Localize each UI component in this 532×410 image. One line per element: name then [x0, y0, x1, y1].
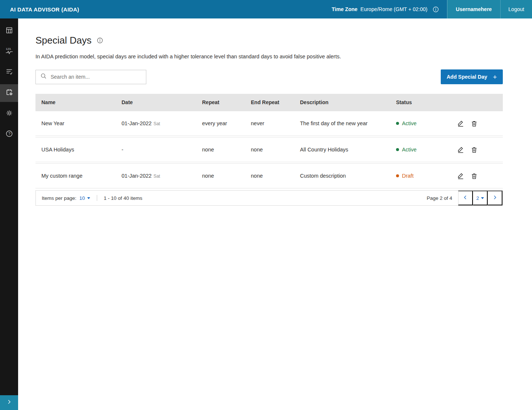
- status-badge: Active: [396, 147, 457, 153]
- search-box: [35, 70, 146, 84]
- page-title: Special Days: [35, 35, 92, 46]
- items-per-page-select[interactable]: 10: [79, 195, 90, 201]
- page-of-text: Page 2 of 4: [427, 191, 458, 205]
- list-icon: [5, 68, 13, 77]
- timezone-label: Time Zone: [332, 6, 358, 12]
- sidebar-item-special-days[interactable]: [0, 84, 18, 102]
- user-section: Usernamehere Logout: [447, 0, 532, 18]
- column-header-name: Name: [41, 99, 122, 105]
- footer-divider: [97, 195, 97, 201]
- cell-description: All Country Holidays: [300, 147, 396, 153]
- delete-button[interactable]: [471, 146, 478, 153]
- caret-down-icon: [481, 197, 484, 199]
- numeric-pulse-icon: 123.: [5, 47, 13, 57]
- sidebar-item-list[interactable]: [0, 62, 18, 83]
- settings-gear-icon: [5, 109, 13, 119]
- chevron-right-icon: [492, 195, 498, 201]
- special-days-calendar-icon: [5, 88, 13, 98]
- chevron-left-icon: [463, 195, 468, 201]
- status-dot: [396, 148, 399, 151]
- special-days-table: Name Date Repeat End Repeat Description …: [35, 94, 503, 206]
- cell-repeat: none: [202, 173, 251, 179]
- delete-button[interactable]: [471, 172, 478, 180]
- username-menu[interactable]: Usernamehere: [447, 0, 500, 18]
- top-bar: AI DATA ADVISOR (AIDA) Time Zone Europe/…: [0, 0, 532, 18]
- table-row: New Year 01-Jan-2022Sat every year never…: [35, 111, 503, 136]
- edit-button[interactable]: [457, 172, 464, 180]
- cell-name: My custom range: [41, 173, 122, 179]
- column-header-repeat: Repeat: [202, 99, 251, 105]
- table-row: USA Holidays - none none All Country Hol…: [35, 137, 503, 162]
- page-info-icon[interactable]: [97, 37, 103, 44]
- plus-icon: +: [493, 74, 497, 81]
- chevron-right-icon: [6, 399, 12, 406]
- previous-page-button[interactable]: [458, 191, 473, 205]
- column-header-description: Description: [300, 99, 396, 105]
- sidebar-item-data-table[interactable]: [0, 21, 18, 41]
- sidebar-item-help[interactable]: ?: [0, 124, 18, 145]
- delete-button[interactable]: [471, 120, 478, 127]
- cell-description: Custom description: [300, 173, 396, 179]
- app-title: AI DATA ADVISOR (AIDA): [10, 6, 79, 13]
- cell-end-repeat: none: [251, 173, 300, 179]
- search-input[interactable]: [51, 74, 141, 80]
- cell-repeat: every year: [202, 120, 251, 126]
- edit-button[interactable]: [457, 146, 464, 153]
- table-row: My custom range 01-Jan-2022Sat none none…: [35, 163, 503, 188]
- sidebar: 123. ?: [0, 18, 18, 410]
- next-page-button[interactable]: [488, 191, 502, 205]
- caret-down-icon: [87, 197, 90, 199]
- edit-button[interactable]: [457, 120, 464, 127]
- table-footer: Items per page: 10 1 - 10 of 40 items Pa…: [35, 190, 503, 206]
- page-description: In AIDA prediction model, special days a…: [35, 54, 503, 59]
- column-header-date: Date: [122, 99, 202, 105]
- cell-date: 01-Jan-2022Sat: [122, 120, 202, 126]
- column-header-status: Status: [396, 99, 457, 105]
- search-icon: [40, 73, 47, 81]
- cell-description: The first day of the new year: [300, 120, 396, 126]
- status-dot: [396, 122, 399, 125]
- sidebar-item-settings[interactable]: [0, 103, 18, 124]
- svg-text:123.: 123.: [6, 47, 11, 51]
- cell-end-repeat: none: [251, 147, 300, 153]
- cell-end-repeat: never: [251, 120, 300, 126]
- sidebar-expand-button[interactable]: [0, 395, 18, 410]
- cell-date: -: [122, 147, 202, 153]
- page-select[interactable]: 2: [473, 191, 488, 205]
- cell-day: Sat: [153, 174, 160, 179]
- cell-repeat: none: [202, 147, 251, 153]
- items-per-page-label: Items per page:: [42, 195, 76, 201]
- table-header: Name Date Repeat End Repeat Description …: [35, 94, 503, 111]
- status-badge: Active: [396, 120, 457, 126]
- cell-date: 01-Jan-2022Sat: [122, 173, 202, 179]
- data-table-icon: [5, 26, 13, 36]
- items-range-text: 1 - 10 of 40 items: [104, 195, 142, 201]
- cell-name: New Year: [41, 120, 122, 126]
- add-special-day-button[interactable]: Add Special Day +: [441, 69, 503, 84]
- status-badge: Draft: [396, 173, 457, 179]
- logout-button[interactable]: Logout: [500, 0, 532, 18]
- sidebar-item-numeric-trend[interactable]: 123.: [0, 41, 18, 62]
- timezone-group: Time Zone Europe/Rome (GMT + 02:00): [332, 0, 447, 18]
- main-content: Special Days In AIDA prediction model, s…: [18, 18, 532, 410]
- timezone-info-icon[interactable]: [433, 6, 439, 13]
- svg-text:?: ?: [8, 132, 10, 136]
- column-header-end-repeat: End Repeat: [251, 99, 300, 105]
- cell-name: USA Holidays: [41, 147, 122, 153]
- timezone-value: Europe/Rome (GMT + 02:00): [361, 6, 427, 12]
- help-icon: ?: [5, 130, 13, 139]
- status-dot: [396, 174, 399, 177]
- cell-day: Sat: [153, 121, 160, 126]
